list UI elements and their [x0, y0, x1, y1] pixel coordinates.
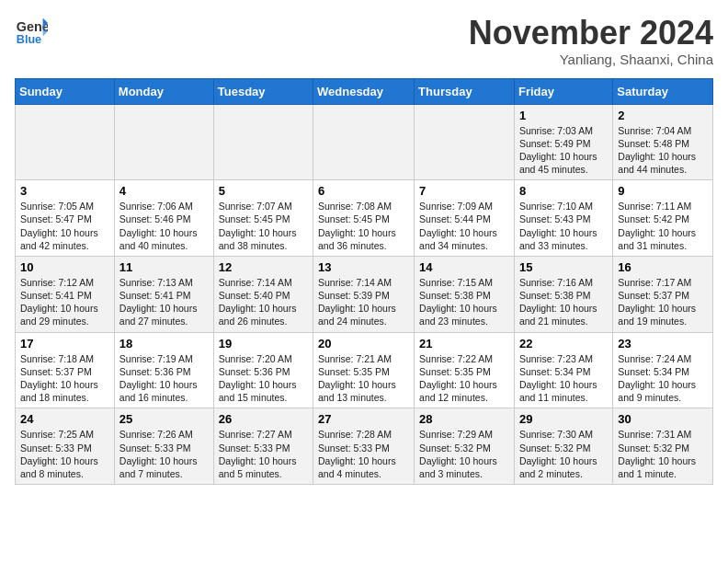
- calendar-cell: 14Sunrise: 7:15 AM Sunset: 5:38 PM Dayli…: [415, 256, 515, 332]
- calendar-week-5: 24Sunrise: 7:25 AM Sunset: 5:33 PM Dayli…: [16, 408, 713, 485]
- calendar-cell: 19Sunrise: 7:20 AM Sunset: 5:36 PM Dayli…: [213, 332, 313, 408]
- day-number: 5: [219, 184, 308, 198]
- logo-icon: General Blue: [15, 15, 48, 48]
- calendar-week-4: 17Sunrise: 7:18 AM Sunset: 5:37 PM Dayli…: [16, 332, 713, 408]
- day-info: Sunrise: 7:03 AM Sunset: 5:49 PM Dayligh…: [519, 124, 608, 177]
- day-number: 6: [318, 184, 409, 198]
- calendar-cell: 9Sunrise: 7:11 AM Sunset: 5:42 PM Daylig…: [613, 180, 713, 257]
- weekday-header-monday: Monday: [114, 78, 213, 104]
- title-block: November 2024 Yanliang, Shaanxi, China: [469, 15, 713, 67]
- day-info: Sunrise: 7:23 AM Sunset: 5:34 PM Dayligh…: [519, 352, 608, 405]
- day-number: 16: [618, 260, 708, 274]
- day-info: Sunrise: 7:13 AM Sunset: 5:41 PM Dayligh…: [119, 276, 209, 328]
- day-number: 12: [219, 260, 308, 274]
- day-info: Sunrise: 7:06 AM Sunset: 5:46 PM Dayligh…: [119, 200, 209, 252]
- day-number: 25: [119, 412, 209, 426]
- weekday-header-tuesday: Tuesday: [213, 78, 313, 104]
- day-number: 14: [419, 260, 509, 274]
- day-number: 11: [119, 260, 209, 274]
- day-info: Sunrise: 7:22 AM Sunset: 5:35 PM Dayligh…: [419, 352, 509, 405]
- weekday-header-saturday: Saturday: [613, 78, 713, 104]
- calendar-cell: 8Sunrise: 7:10 AM Sunset: 5:43 PM Daylig…: [514, 180, 612, 257]
- calendar-cell: 23Sunrise: 7:24 AM Sunset: 5:34 PM Dayli…: [613, 332, 713, 408]
- day-info: Sunrise: 7:09 AM Sunset: 5:44 PM Dayligh…: [419, 200, 509, 252]
- calendar-cell: 22Sunrise: 7:23 AM Sunset: 5:34 PM Dayli…: [514, 332, 612, 408]
- calendar-cell: 3Sunrise: 7:05 AM Sunset: 5:47 PM Daylig…: [16, 180, 115, 257]
- day-info: Sunrise: 7:07 AM Sunset: 5:45 PM Dayligh…: [219, 200, 308, 252]
- day-number: 17: [20, 337, 109, 350]
- day-info: Sunrise: 7:27 AM Sunset: 5:33 PM Dayligh…: [219, 428, 308, 480]
- calendar-table: SundayMondayTuesdayWednesdayThursdayFrid…: [15, 78, 713, 485]
- day-number: 30: [618, 412, 708, 426]
- day-info: Sunrise: 7:18 AM Sunset: 5:37 PM Dayligh…: [20, 352, 109, 405]
- calendar-cell: 16Sunrise: 7:17 AM Sunset: 5:37 PM Dayli…: [613, 256, 713, 332]
- day-number: 3: [20, 184, 109, 198]
- calendar-cell: [114, 104, 213, 180]
- calendar-cell: 29Sunrise: 7:30 AM Sunset: 5:32 PM Dayli…: [514, 408, 612, 485]
- weekday-header-sunday: Sunday: [16, 78, 115, 104]
- day-info: Sunrise: 7:14 AM Sunset: 5:40 PM Dayligh…: [219, 276, 308, 328]
- day-number: 24: [20, 412, 109, 426]
- calendar-week-3: 10Sunrise: 7:12 AM Sunset: 5:41 PM Dayli…: [16, 256, 713, 332]
- day-info: Sunrise: 7:16 AM Sunset: 5:38 PM Dayligh…: [519, 276, 608, 328]
- weekday-header-friday: Friday: [514, 78, 612, 104]
- calendar-cell: 28Sunrise: 7:29 AM Sunset: 5:32 PM Dayli…: [415, 408, 515, 485]
- calendar-cell: 12Sunrise: 7:14 AM Sunset: 5:40 PM Dayli…: [213, 256, 313, 332]
- day-number: 19: [219, 337, 308, 350]
- calendar-week-1: 1Sunrise: 7:03 AM Sunset: 5:49 PM Daylig…: [16, 104, 713, 180]
- location: Yanliang, Shaanxi, China: [469, 52, 713, 67]
- day-number: 10: [20, 260, 109, 274]
- calendar-cell: [16, 104, 115, 180]
- day-info: Sunrise: 7:14 AM Sunset: 5:39 PM Dayligh…: [318, 276, 409, 328]
- day-info: Sunrise: 7:26 AM Sunset: 5:33 PM Dayligh…: [119, 428, 209, 480]
- day-number: 7: [419, 184, 509, 198]
- calendar-week-2: 3Sunrise: 7:05 AM Sunset: 5:47 PM Daylig…: [16, 180, 713, 257]
- day-info: Sunrise: 7:30 AM Sunset: 5:32 PM Dayligh…: [519, 428, 608, 480]
- calendar-cell: 17Sunrise: 7:18 AM Sunset: 5:37 PM Dayli…: [16, 332, 115, 408]
- day-number: 22: [519, 337, 608, 350]
- calendar-cell: 5Sunrise: 7:07 AM Sunset: 5:45 PM Daylig…: [213, 180, 313, 257]
- day-number: 20: [318, 337, 409, 350]
- calendar-cell: 2Sunrise: 7:04 AM Sunset: 5:48 PM Daylig…: [613, 104, 713, 180]
- day-info: Sunrise: 7:10 AM Sunset: 5:43 PM Dayligh…: [519, 200, 608, 252]
- day-number: 21: [419, 337, 509, 350]
- day-number: 1: [519, 109, 608, 122]
- calendar-cell: 24Sunrise: 7:25 AM Sunset: 5:33 PM Dayli…: [16, 408, 115, 485]
- month-title: November 2024: [469, 15, 713, 52]
- weekday-header-thursday: Thursday: [415, 78, 515, 104]
- calendar-cell: 6Sunrise: 7:08 AM Sunset: 5:45 PM Daylig…: [313, 180, 415, 257]
- calendar-cell: 4Sunrise: 7:06 AM Sunset: 5:46 PM Daylig…: [114, 180, 213, 257]
- day-number: 15: [519, 260, 608, 274]
- day-info: Sunrise: 7:19 AM Sunset: 5:36 PM Dayligh…: [119, 352, 209, 405]
- calendar-cell: 20Sunrise: 7:21 AM Sunset: 5:35 PM Dayli…: [313, 332, 415, 408]
- calendar-cell: 13Sunrise: 7:14 AM Sunset: 5:39 PM Dayli…: [313, 256, 415, 332]
- day-info: Sunrise: 7:25 AM Sunset: 5:33 PM Dayligh…: [20, 428, 109, 480]
- day-info: Sunrise: 7:28 AM Sunset: 5:33 PM Dayligh…: [318, 428, 409, 480]
- day-info: Sunrise: 7:31 AM Sunset: 5:32 PM Dayligh…: [618, 428, 708, 480]
- day-number: 4: [119, 184, 209, 198]
- day-info: Sunrise: 7:04 AM Sunset: 5:48 PM Dayligh…: [618, 124, 708, 177]
- calendar-cell: 18Sunrise: 7:19 AM Sunset: 5:36 PM Dayli…: [114, 332, 213, 408]
- day-number: 23: [618, 337, 708, 350]
- svg-text:Blue: Blue: [17, 33, 41, 46]
- day-info: Sunrise: 7:21 AM Sunset: 5:35 PM Dayligh…: [318, 352, 409, 405]
- day-info: Sunrise: 7:20 AM Sunset: 5:36 PM Dayligh…: [219, 352, 308, 405]
- page-header: General Blue November 2024 Yanliang, Sha…: [15, 15, 713, 67]
- day-number: 27: [318, 412, 409, 426]
- calendar-cell: [415, 104, 515, 180]
- calendar-cell: 11Sunrise: 7:13 AM Sunset: 5:41 PM Dayli…: [114, 256, 213, 332]
- calendar-cell: 7Sunrise: 7:09 AM Sunset: 5:44 PM Daylig…: [415, 180, 515, 257]
- weekday-header-row: SundayMondayTuesdayWednesdayThursdayFrid…: [16, 78, 713, 104]
- calendar-cell: 15Sunrise: 7:16 AM Sunset: 5:38 PM Dayli…: [514, 256, 612, 332]
- calendar-cell: 25Sunrise: 7:26 AM Sunset: 5:33 PM Dayli…: [114, 408, 213, 485]
- day-number: 28: [419, 412, 509, 426]
- day-number: 26: [219, 412, 308, 426]
- day-info: Sunrise: 7:29 AM Sunset: 5:32 PM Dayligh…: [419, 428, 509, 480]
- day-number: 2: [618, 109, 708, 122]
- calendar-cell: [313, 104, 415, 180]
- day-number: 9: [618, 184, 708, 198]
- day-number: 29: [519, 412, 608, 426]
- calendar-cell: 10Sunrise: 7:12 AM Sunset: 5:41 PM Dayli…: [16, 256, 115, 332]
- day-info: Sunrise: 7:08 AM Sunset: 5:45 PM Dayligh…: [318, 200, 409, 252]
- calendar-cell: 21Sunrise: 7:22 AM Sunset: 5:35 PM Dayli…: [415, 332, 515, 408]
